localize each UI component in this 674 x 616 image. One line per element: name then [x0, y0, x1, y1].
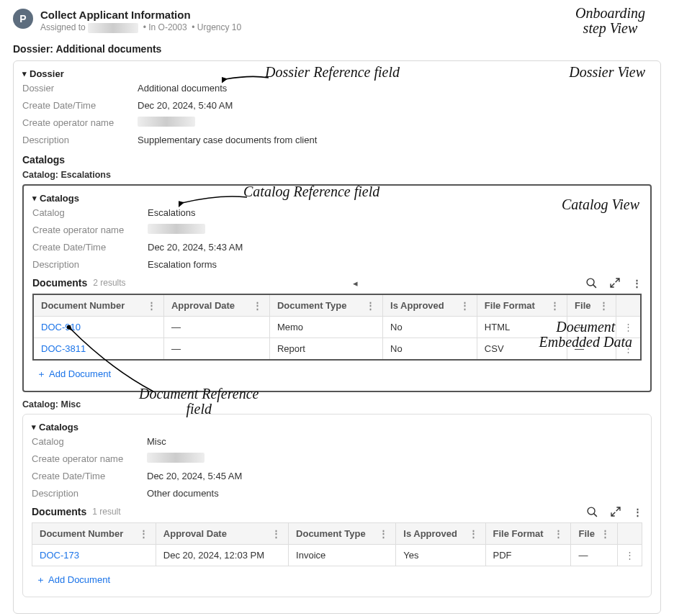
catalogs-heading: Catalogs [22, 154, 652, 166]
catalog2-dt-value: Dec 20, 2024, 5:45 AM [147, 471, 242, 481]
col-doc-type[interactable]: Document Type⋮ [269, 294, 382, 317]
svg-line-3 [594, 513, 597, 516]
dossier-panel: ▾ Dossier Dossier Additional documents C… [13, 60, 661, 614]
col-format[interactable]: File Format⋮ [485, 522, 571, 544]
table-header-row: Document Number⋮ Approval Date⋮ Document… [33, 294, 641, 317]
catalog2-op-redacted [147, 453, 205, 463]
avatar: P [13, 9, 33, 29]
col-file[interactable]: File⋮ [571, 522, 618, 544]
create-dt-value: Dec 20, 2024, 5:40 AM [138, 100, 233, 111]
catalog2-reference-link[interactable]: Misc [147, 436, 166, 447]
col-doc-type[interactable]: Document Type⋮ [289, 522, 396, 544]
col-file[interactable]: File⋮ [567, 294, 616, 317]
assigned-to-redacted [88, 23, 138, 33]
kebab-icon[interactable]: ⋮ [632, 278, 642, 289]
catalog2-desc-value: Other documents [147, 488, 219, 499]
kebab-icon[interactable]: ⋮ [599, 300, 608, 311]
search-icon[interactable] [586, 506, 598, 518]
col-actions [618, 522, 642, 544]
catalog2-toggle[interactable]: ▾ Catalogs [32, 422, 642, 432]
catalog2-heading: Catalog: Misc [22, 399, 652, 409]
cell-approved: No [383, 316, 477, 338]
add-document-button[interactable]: ＋Add Document [37, 368, 111, 381]
col-doc-num[interactable]: Document Number⋮ [33, 294, 163, 317]
page-subtitle: Assigned to • In O-2003 • Urgency 10 [40, 22, 241, 33]
catalog1-op-redacted [148, 224, 205, 234]
cell-approval: — [163, 338, 269, 360]
dossier-heading: Dossier: Additional documents [13, 43, 661, 55]
kebab-icon[interactable]: ⋮ [554, 528, 563, 539]
kebab-icon[interactable]: ⋮ [550, 300, 560, 311]
plus-icon: ＋ [36, 574, 45, 586]
dossier-field-label: Dossier [22, 83, 138, 94]
catalog1-doc-table: Document Number⋮ Approval Date⋮ Document… [32, 294, 642, 361]
col-approved[interactable]: Is Approved⋮ [396, 522, 485, 544]
row-menu-button[interactable]: ⋮ [616, 338, 642, 360]
catalog2-desc-label: Description [32, 488, 147, 499]
col-doc-num[interactable]: Document Number⋮ [32, 522, 156, 544]
dossier-toggle[interactable]: ▾ Dossier [22, 68, 652, 79]
expand-icon[interactable] [609, 277, 621, 289]
cell-approval: Dec 20, 2024, 12:03 PM [156, 544, 288, 566]
catalog1-reference-link[interactable]: Escalations [148, 207, 195, 218]
case-header: P Collect Applicant Information Assigned… [13, 9, 661, 33]
triangle-left-icon[interactable]: ◂ [353, 278, 358, 289]
search-icon[interactable] [585, 277, 598, 289]
catalog1-desc-label: Description [32, 259, 148, 270]
cell-doc-type: Memo [269, 316, 382, 338]
create-op-label: Create operator name [22, 117, 138, 128]
chevron-down-icon: ▾ [32, 422, 36, 432]
kebab-icon[interactable]: ⋮ [271, 528, 281, 539]
case-id: In O-2003 [148, 22, 187, 32]
catalog2-documents-label: Documents [32, 506, 86, 517]
table-row: DOC-173 Dec 20, 2024, 12:03 PM Invoice Y… [32, 544, 642, 566]
kebab-icon[interactable]: ⋮ [379, 528, 388, 539]
kebab-icon[interactable]: ⋮ [469, 528, 478, 539]
catalog1-section-label: Catalogs [40, 193, 79, 204]
cell-approval: — [163, 316, 269, 338]
cell-file: — [571, 544, 618, 566]
cell-format: HTML [477, 316, 567, 338]
desc-value: Supplementary case documents from client [138, 135, 317, 145]
catalog1-dt-value: Dec 20, 2024, 5:43 AM [148, 242, 243, 253]
catalog1-toggle[interactable]: ▾ Catalogs [32, 193, 642, 204]
doc-reference-link[interactable]: DOC-910 [41, 322, 81, 332]
chevron-down-icon: ▾ [22, 69, 27, 78]
kebab-icon[interactable]: ⋮ [139, 528, 148, 539]
add-document-button[interactable]: ＋Add Document [36, 574, 110, 586]
create-dt-label: Create Date/Time [22, 100, 138, 111]
catalog1-documents-label: Documents [32, 277, 87, 289]
cell-format: PDF [485, 544, 571, 566]
catalog1-panel: ▾ Catalogs Catalog Escalations Create op… [22, 184, 652, 392]
col-format[interactable]: File Format⋮ [477, 294, 567, 317]
col-approval[interactable]: Approval Date⋮ [156, 522, 288, 544]
cell-file: — [567, 316, 616, 338]
catalog1-results: 2 results [93, 278, 125, 288]
kebab-icon[interactable]: ⋮ [460, 300, 469, 311]
dossier-reference-link[interactable]: Additional documents [138, 83, 227, 94]
kebab-icon[interactable]: ⋮ [633, 507, 642, 517]
expand-icon[interactable] [610, 506, 621, 517]
desc-label: Description [22, 135, 138, 145]
kebab-icon[interactable]: ⋮ [366, 300, 375, 311]
kebab-icon[interactable]: ⋮ [253, 300, 262, 311]
catalog2-dt-label: Create Date/Time [32, 471, 147, 481]
row-menu-button[interactable]: ⋮ [616, 316, 642, 338]
svg-point-0 [587, 278, 594, 286]
cell-doc-type: Invoice [289, 544, 396, 566]
row-menu-button[interactable]: ⋮ [618, 544, 642, 566]
doc-reference-link[interactable]: DOC-173 [40, 550, 79, 561]
cell-approved: No [383, 338, 477, 360]
svg-point-2 [588, 507, 595, 515]
kebab-icon[interactable]: ⋮ [147, 300, 156, 311]
table-row: DOC-3811 — Report No CSV — ⋮ [33, 338, 641, 360]
doc-reference-link[interactable]: DOC-3811 [41, 343, 86, 354]
catalog2-doc-table: Document Number⋮ Approval Date⋮ Document… [32, 522, 642, 566]
col-approval[interactable]: Approval Date⋮ [163, 294, 269, 317]
cell-doc-type: Report [269, 338, 382, 360]
col-approved[interactable]: Is Approved⋮ [383, 294, 477, 317]
catalog1-desc-value: Escalation forms [148, 259, 217, 270]
cell-format: CSV [477, 338, 567, 360]
assigned-to-label: Assigned to [40, 22, 86, 32]
kebab-icon[interactable]: ⋮ [601, 528, 610, 539]
